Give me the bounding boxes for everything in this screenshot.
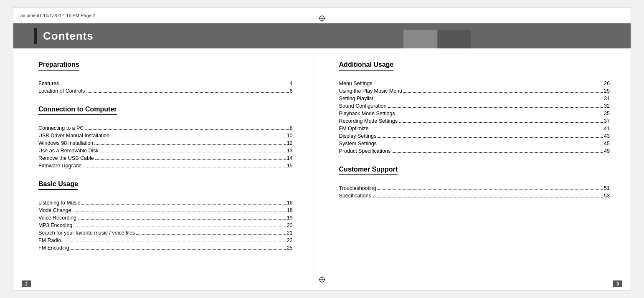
toc-item-label: Playback Mode Settings (339, 111, 395, 116)
toc-dots (95, 159, 286, 160)
contents-bar-accent (34, 28, 37, 44)
toc-dots (78, 219, 286, 220)
toc-dots (136, 234, 285, 235)
toc-item-label: Specifications (339, 193, 371, 199)
toc-item: USB Driver Manual Installation10 (38, 133, 293, 139)
toc-item: Connecting to a PC8 (38, 125, 293, 131)
toc-item: Listening to Music16 (38, 200, 293, 206)
toc-item: Sound Configuration32 (339, 103, 610, 109)
header-tab-2 (438, 30, 471, 48)
toc-item-label: Menu Settings (339, 81, 373, 86)
toc-page-number: 32 (604, 103, 610, 109)
toc-item: Windows 98 Installation12 (38, 140, 293, 146)
toc-item: System Settings45 (339, 141, 610, 146)
toc-item-label: Recording Mode Settings (339, 118, 398, 124)
toc-item-label: Windows 98 Installation (38, 140, 93, 146)
toc-item: Voice Recording19 (38, 215, 293, 221)
toc-items-customer-support: Troubleshooting51Specifications53 (339, 185, 610, 199)
toc-item: Search for your favorite music / voice f… (38, 230, 293, 236)
toc-page-number: 22 (287, 237, 293, 243)
section-heading-basic-usage: Basic Usage (38, 180, 78, 190)
toc-page-number: 15 (287, 163, 293, 169)
toc-item: Troubleshooting51 (339, 185, 610, 191)
toc-dots (85, 129, 288, 130)
toc-item-label: Product Specifications (339, 148, 391, 154)
toc-page-number: 4 (290, 81, 293, 86)
toc-item-label: FM Radio (38, 237, 61, 243)
page-wrapper: Document1 10/13/04 4:16 PM Page 2 Conten… (0, 0, 644, 298)
toc-item-label: USB Driver Manual Installation (38, 133, 109, 139)
toc-item: Using the Play Music Menu29 (339, 88, 610, 94)
toc-page-number: 45 (604, 141, 610, 146)
toc-dots (378, 137, 603, 138)
toc-dots (375, 100, 603, 100)
toc-item: MP3 Encoding20 (38, 222, 293, 228)
toc-dots (81, 204, 286, 205)
right-column: Additional UsageMenu Settings26Using the… (314, 48, 631, 278)
document-page: Document1 10/13/04 4:16 PM Page 2 Conten… (13, 7, 631, 291)
section-heading-customer-support: Customer Support (339, 166, 398, 175)
toc-item-label: Setting Playlist (339, 96, 373, 101)
toc-page-number: 37 (604, 118, 610, 124)
toc-item-label: Search for your favorite music / voice f… (38, 230, 135, 236)
toc-dots (60, 85, 288, 85)
toc-dots (74, 227, 285, 227)
toc-page-number: 14 (287, 155, 293, 161)
toc-item: Remove the USB Cable14 (38, 155, 293, 161)
toc-items-additional-usage: Menu Settings26Using the Play Music Menu… (339, 81, 610, 154)
toc-dots (62, 242, 285, 242)
page-number-left: 2 (22, 280, 31, 287)
toc-item: Setting Playlist31 (339, 96, 610, 101)
header-tabs (403, 23, 472, 48)
toc-item-label: Mode Change (38, 207, 71, 213)
toc-dots (100, 152, 286, 152)
reg-mark-top (319, 15, 325, 22)
header-tab-1 (403, 30, 437, 48)
toc-dots (73, 212, 286, 212)
toc-item: Specifications53 (339, 193, 610, 199)
toc-item: Use as a Removable Disk13 (38, 148, 293, 154)
toc-page-number: 19 (287, 215, 293, 221)
toc-item: Recording Mode Settings37 (339, 118, 610, 124)
toc-page-number: 18 (287, 207, 293, 213)
toc-dots (403, 92, 603, 93)
left-column: PreparationsFeatures4Location of Control… (13, 48, 314, 278)
toc-item-label: FM Optimize (339, 126, 369, 131)
toc-item: Features4 (38, 81, 293, 86)
toc-item-label: FM Encoding (38, 245, 69, 251)
toc-dots (399, 122, 603, 123)
toc-page-number: 25 (287, 245, 293, 251)
toc-item-label: Features (38, 81, 59, 86)
toc-item-label: Display Settings (339, 133, 377, 139)
toc-page-number: 43 (604, 133, 610, 139)
section-heading-additional-usage: Additional Usage (339, 61, 394, 71)
toc-page-number: 16 (287, 200, 293, 206)
toc-item-label: Voice Recording (38, 215, 76, 221)
toc-page-number: 35 (604, 111, 610, 116)
toc-item: FM Radio22 (38, 237, 293, 243)
toc-item: Display Settings43 (339, 133, 610, 139)
section-heading-preparations: Preparations (38, 61, 79, 71)
toc-page-number: 51 (604, 185, 610, 191)
toc-item-label: Listening to Music (38, 200, 80, 206)
toc-item-label: Troubleshooting (339, 185, 376, 191)
toc-item-label: Using the Play Music Menu (339, 88, 402, 94)
toc-item: Firmware Upgrade15 (38, 163, 293, 169)
toc-dots (396, 115, 603, 115)
doc-info-label: Document1 10/13/04 4:16 PM Page 2 (18, 13, 95, 18)
toc-section-connection: Connection to ComputerConnecting to a PC… (38, 106, 293, 169)
toc-item: Playback Mode Settings35 (339, 111, 610, 116)
toc-page-number: 53 (604, 193, 610, 199)
toc-page-number: 21 (287, 230, 293, 236)
toc-dots (378, 189, 603, 190)
toc-page-number: 49 (604, 148, 610, 154)
section-heading-connection: Connection to Computer (38, 106, 117, 115)
toc-dots (378, 145, 603, 145)
toc-dots (71, 249, 286, 250)
toc-page-number: 8 (290, 125, 293, 131)
content-area: PreparationsFeatures4Location of Control… (13, 48, 631, 278)
toc-page-number: 41 (604, 126, 610, 131)
toc-dots (83, 167, 286, 167)
toc-dots (94, 144, 285, 145)
toc-item: Location of Controls6 (38, 88, 293, 94)
